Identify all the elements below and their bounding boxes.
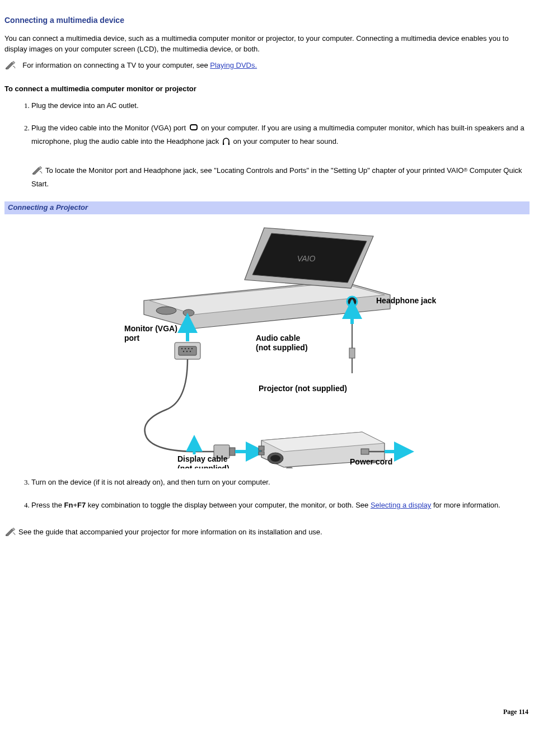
step-2-note: To locate the Monitor port and Headphone… <box>31 165 530 190</box>
figure-diagram: VAIO Headphone jack Monitor (VGA) port <box>4 217 530 472</box>
label-display-cable-2: (not supplied) <box>177 464 229 468</box>
step-2-text: Plug the video cable into the Monitor (V… <box>31 123 530 149</box>
svg-rect-25 <box>349 348 355 358</box>
pencil-note-icon <box>4 527 17 539</box>
step-3: Turn on the device (if it is not already… <box>31 477 530 489</box>
svg-point-14 <box>188 348 189 349</box>
label-monitor-port-1: Monitor (VGA) <box>124 324 177 333</box>
step-3-text: Turn on the device (if it is not already… <box>31 477 530 489</box>
label-audio-cable-1: Audio cable <box>256 334 301 342</box>
svg-point-7 <box>183 309 194 316</box>
figure-caption-bar: Connecting a Projector <box>4 201 530 214</box>
svg-point-29 <box>270 455 280 462</box>
monitor-port-icon <box>189 123 198 136</box>
pencil-note-icon <box>31 166 44 179</box>
svg-point-12 <box>181 348 182 349</box>
step-1: Plug the device into an AC outlet. <box>31 100 530 112</box>
steps-list: Plug the device into an AC outlet. Plug … <box>4 100 530 190</box>
label-display-cable-1: Display cable <box>177 454 228 463</box>
page-number: Page 114 <box>4 707 530 717</box>
audio-cable-illustration <box>349 308 355 373</box>
svg-rect-34 <box>361 449 369 454</box>
projector-connection-diagram: VAIO Headphone jack Monitor (VGA) port <box>93 217 441 468</box>
svg-rect-1 <box>190 125 197 130</box>
svg-point-9 <box>350 300 354 303</box>
tv-note-text: For information on connecting a TV to yo… <box>22 61 210 69</box>
headphone-jack-icon <box>222 137 230 149</box>
final-note-text: See the guide that accompanied your proj… <box>18 528 322 536</box>
label-headphone-jack: Headphone jack <box>376 296 437 305</box>
svg-rect-21 <box>229 448 235 456</box>
selecting-display-link[interactable]: Selecting a display <box>371 501 431 509</box>
tv-note: For information on connecting a TV to yo… <box>4 60 530 73</box>
label-projector: Projector (not supplied) <box>259 384 347 393</box>
page-title: Connecting a multimedia device <box>4 15 530 26</box>
svg-rect-32 <box>259 446 264 450</box>
svg-rect-11 <box>179 346 196 355</box>
svg-point-18 <box>190 350 191 351</box>
final-note: See the guide that accompanied your proj… <box>4 527 530 539</box>
step-4: Press the Fn+F7 key combination to toggl… <box>31 500 530 511</box>
svg-rect-3 <box>228 143 229 145</box>
svg-text:VAIO: VAIO <box>297 254 316 263</box>
svg-point-6 <box>156 307 176 314</box>
svg-rect-33 <box>259 452 264 455</box>
intro-paragraph: You can connect a multimedia device, suc… <box>4 34 530 55</box>
pencil-note-icon <box>4 60 17 73</box>
svg-rect-2 <box>223 143 224 145</box>
svg-point-15 <box>191 348 193 349</box>
svg-point-17 <box>186 350 188 351</box>
step-1-text: Plug the device into an AC outlet. <box>31 100 530 112</box>
playing-dvds-link[interactable]: Playing DVDs. <box>210 61 257 69</box>
section-subheading: To connect a multimedia computer monitor… <box>4 84 530 95</box>
display-cable-path <box>145 359 214 452</box>
label-audio-cable-2: (not supplied) <box>256 343 308 352</box>
label-power-cord: Power cord <box>350 457 392 466</box>
steps-list-cont: Turn on the device (if it is not already… <box>4 477 530 511</box>
svg-point-16 <box>183 350 184 351</box>
step-4-text: Press the Fn+F7 key combination to toggl… <box>31 500 530 511</box>
svg-point-13 <box>185 348 186 349</box>
label-monitor-port-2: port <box>124 334 140 342</box>
step-2: Plug the video cable into the Monitor (V… <box>31 123 530 190</box>
